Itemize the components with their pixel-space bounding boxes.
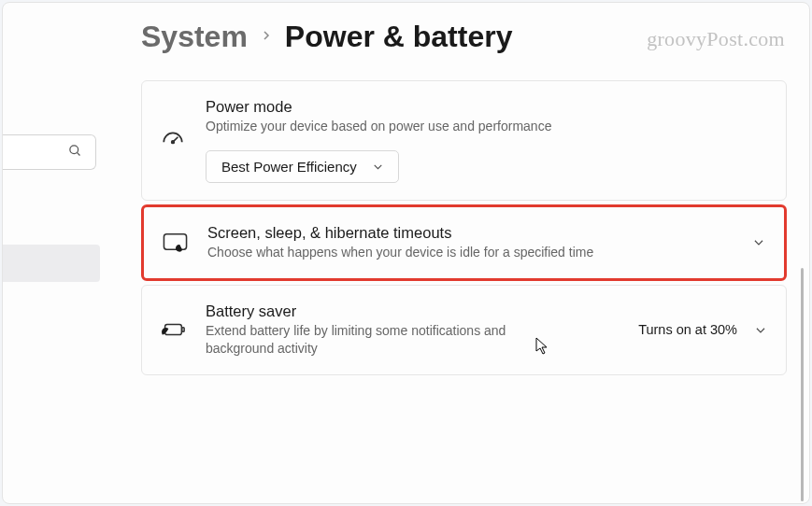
card-description: Extend battery life by limiting some not… — [206, 322, 523, 358]
card-title: Power mode — [206, 98, 767, 116]
svg-rect-4 — [164, 234, 186, 249]
search-input[interactable] — [3, 134, 96, 170]
timeouts-card[interactable]: Screen, sleep, & hibernate timeouts Choo… — [141, 204, 787, 281]
battery-saver-card[interactable]: Battery saver Extend battery life by lim… — [141, 285, 787, 375]
card-title: Battery saver — [206, 302, 620, 320]
svg-rect-6 — [182, 328, 184, 332]
gauge-icon — [159, 128, 187, 152]
breadcrumb: System Power & battery — [141, 20, 787, 54]
chevron-down-icon — [754, 323, 767, 336]
svg-point-3 — [172, 141, 175, 144]
power-mode-card: Power mode Optimize your device based on… — [141, 80, 787, 201]
svg-line-1 — [77, 152, 79, 155]
battery-leaf-icon — [159, 320, 187, 339]
sidebar-selected-item[interactable] — [3, 245, 100, 282]
card-title: Screen, sleep, & hibernate timeouts — [207, 224, 734, 242]
screen-sleep-icon — [161, 232, 189, 253]
card-description: Optimize your device based on power use … — [206, 118, 767, 135]
card-description: Choose what happens when your device is … — [207, 244, 734, 261]
status-text: Turns on at 30% — [638, 322, 737, 337]
power-mode-dropdown[interactable]: Best Power Efficiency — [206, 150, 399, 183]
breadcrumb-parent[interactable]: System — [141, 20, 248, 54]
chevron-right-icon — [261, 25, 272, 49]
scrollbar[interactable] — [801, 268, 804, 501]
chevron-down-icon — [372, 160, 385, 173]
svg-point-0 — [70, 145, 78, 153]
search-icon — [68, 144, 82, 162]
dropdown-value: Best Power Efficiency — [221, 159, 357, 175]
page-title: Power & battery — [285, 20, 513, 54]
chevron-down-icon — [752, 236, 765, 249]
